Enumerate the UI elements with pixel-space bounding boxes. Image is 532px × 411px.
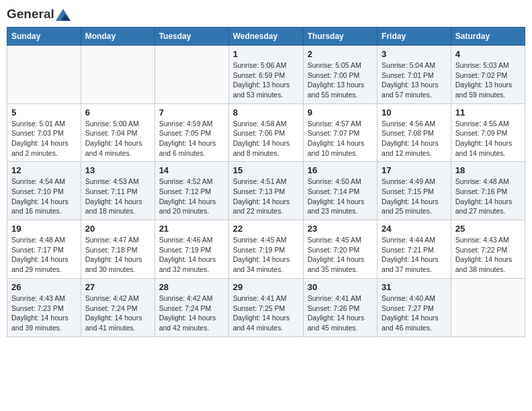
- day-info: Sunrise: 4:44 AMSunset: 7:21 PMDaylight:…: [382, 235, 447, 275]
- calendar-cell: [81, 45, 154, 103]
- calendar-cell: 14Sunrise: 4:52 AMSunset: 7:12 PMDayligh…: [154, 162, 228, 220]
- day-number: 19: [11, 224, 77, 234]
- day-number: 16: [308, 165, 373, 175]
- day-info: Sunrise: 4:51 AMSunset: 7:13 PMDaylight:…: [233, 177, 299, 216]
- day-info: Sunrise: 4:48 AMSunset: 7:16 PMDaylight:…: [455, 177, 521, 216]
- calendar-cell: 17Sunrise: 4:49 AMSunset: 7:15 PMDayligh…: [378, 162, 451, 220]
- day-number: 8: [233, 107, 299, 118]
- day-info: Sunrise: 5:06 AMSunset: 6:59 PMDaylight:…: [233, 60, 299, 100]
- calendar-cell: [7, 45, 81, 103]
- day-number: 5: [11, 107, 77, 118]
- calendar-cell: 19Sunrise: 4:48 AMSunset: 7:17 PMDayligh…: [7, 220, 81, 279]
- weekday-header: Friday: [378, 27, 451, 45]
- weekday-header: Tuesday: [154, 27, 228, 45]
- calendar-cell: 28Sunrise: 4:42 AMSunset: 7:24 PMDayligh…: [154, 278, 228, 336]
- calendar-cell: 9Sunrise: 4:57 AMSunset: 7:07 PMDaylight…: [303, 103, 377, 162]
- calendar-body: 1Sunrise: 5:06 AMSunset: 6:59 PMDaylight…: [7, 45, 525, 336]
- day-number: 6: [85, 107, 150, 118]
- calendar-cell: 20Sunrise: 4:47 AMSunset: 7:18 PMDayligh…: [81, 220, 154, 279]
- day-number: 11: [455, 107, 521, 118]
- day-info: Sunrise: 4:42 AMSunset: 7:24 PMDaylight:…: [85, 293, 150, 333]
- day-info: Sunrise: 4:40 AMSunset: 7:27 PMDaylight:…: [382, 293, 447, 333]
- day-number: 1: [233, 49, 299, 59]
- day-info: Sunrise: 4:57 AMSunset: 7:07 PMDaylight:…: [308, 119, 373, 158]
- calendar-header: SundayMondayTuesdayWednesdayThursdayFrid…: [7, 27, 525, 45]
- day-info: Sunrise: 4:49 AMSunset: 7:15 PMDaylight:…: [382, 177, 447, 216]
- day-info: Sunrise: 4:47 AMSunset: 7:18 PMDaylight:…: [85, 235, 150, 275]
- calendar-cell: 24Sunrise: 4:44 AMSunset: 7:21 PMDayligh…: [378, 220, 451, 279]
- calendar-cell: [154, 45, 228, 103]
- day-number: 25: [455, 224, 521, 234]
- calendar-cell: 11Sunrise: 4:55 AMSunset: 7:09 PMDayligh…: [451, 103, 525, 162]
- day-info: Sunrise: 4:54 AMSunset: 7:10 PMDaylight:…: [11, 177, 77, 216]
- calendar-cell: 31Sunrise: 4:40 AMSunset: 7:27 PMDayligh…: [378, 278, 451, 336]
- weekday-row: SundayMondayTuesdayWednesdayThursdayFrid…: [7, 27, 525, 45]
- day-info: Sunrise: 4:43 AMSunset: 7:23 PMDaylight:…: [11, 293, 77, 333]
- day-info: Sunrise: 4:58 AMSunset: 7:06 PMDaylight:…: [233, 119, 299, 158]
- day-number: 30: [308, 282, 373, 292]
- calendar-cell: 12Sunrise: 4:54 AMSunset: 7:10 PMDayligh…: [7, 162, 81, 220]
- logo-text: General: [7, 7, 71, 21]
- day-number: 29: [233, 282, 299, 292]
- calendar-cell: 22Sunrise: 4:45 AMSunset: 7:19 PMDayligh…: [228, 220, 303, 279]
- calendar-cell: 15Sunrise: 4:51 AMSunset: 7:13 PMDayligh…: [228, 162, 303, 220]
- calendar-cell: 3Sunrise: 5:04 AMSunset: 7:01 PMDaylight…: [378, 45, 451, 103]
- calendar-cell: 5Sunrise: 5:01 AMSunset: 7:03 PMDaylight…: [7, 103, 81, 162]
- day-number: 23: [308, 224, 373, 234]
- calendar-week-row: 5Sunrise: 5:01 AMSunset: 7:03 PMDaylight…: [7, 103, 525, 162]
- calendar-table: SundayMondayTuesdayWednesdayThursdayFrid…: [7, 27, 525, 337]
- calendar-cell: 25Sunrise: 4:43 AMSunset: 7:22 PMDayligh…: [451, 220, 525, 279]
- day-number: 24: [382, 224, 447, 234]
- day-number: 17: [382, 165, 447, 175]
- calendar-cell: 10Sunrise: 4:56 AMSunset: 7:08 PMDayligh…: [378, 103, 451, 162]
- page-header: General: [7, 7, 525, 21]
- day-info: Sunrise: 4:42 AMSunset: 7:24 PMDaylight:…: [159, 293, 224, 333]
- calendar-cell: 21Sunrise: 4:46 AMSunset: 7:19 PMDayligh…: [154, 220, 228, 279]
- calendar-cell: 6Sunrise: 5:00 AMSunset: 7:04 PMDaylight…: [81, 103, 154, 162]
- weekday-header: Monday: [81, 27, 154, 45]
- calendar-week-row: 26Sunrise: 4:43 AMSunset: 7:23 PMDayligh…: [7, 278, 525, 336]
- weekday-header: Saturday: [451, 27, 525, 45]
- day-info: Sunrise: 4:41 AMSunset: 7:25 PMDaylight:…: [233, 293, 299, 333]
- day-info: Sunrise: 4:52 AMSunset: 7:12 PMDaylight:…: [159, 177, 224, 216]
- calendar-cell: 23Sunrise: 4:45 AMSunset: 7:20 PMDayligh…: [303, 220, 377, 279]
- day-number: 12: [11, 165, 77, 175]
- day-number: 13: [85, 165, 150, 175]
- day-number: 27: [85, 282, 150, 292]
- weekday-header: Thursday: [303, 27, 377, 45]
- calendar-cell: [451, 278, 525, 336]
- day-number: 18: [455, 165, 521, 175]
- calendar-week-row: 12Sunrise: 4:54 AMSunset: 7:10 PMDayligh…: [7, 162, 525, 220]
- day-number: 3: [382, 49, 447, 59]
- calendar-cell: 26Sunrise: 4:43 AMSunset: 7:23 PMDayligh…: [7, 278, 81, 336]
- day-number: 2: [308, 49, 373, 59]
- weekday-header: Wednesday: [228, 27, 303, 45]
- day-number: 20: [85, 224, 150, 234]
- day-info: Sunrise: 4:59 AMSunset: 7:05 PMDaylight:…: [159, 119, 224, 158]
- day-number: 15: [233, 165, 299, 175]
- day-info: Sunrise: 4:48 AMSunset: 7:17 PMDaylight:…: [11, 235, 77, 275]
- day-number: 10: [382, 107, 447, 118]
- day-info: Sunrise: 4:46 AMSunset: 7:19 PMDaylight:…: [159, 235, 224, 275]
- calendar-cell: 16Sunrise: 4:50 AMSunset: 7:14 PMDayligh…: [303, 162, 377, 220]
- day-info: Sunrise: 4:45 AMSunset: 7:20 PMDaylight:…: [308, 235, 373, 275]
- day-info: Sunrise: 5:03 AMSunset: 7:02 PMDaylight:…: [455, 60, 521, 100]
- day-number: 22: [233, 224, 299, 234]
- day-info: Sunrise: 5:00 AMSunset: 7:04 PMDaylight:…: [85, 119, 150, 158]
- day-info: Sunrise: 5:01 AMSunset: 7:03 PMDaylight:…: [11, 119, 77, 158]
- calendar-cell: 30Sunrise: 4:41 AMSunset: 7:26 PMDayligh…: [303, 278, 377, 336]
- calendar-cell: 13Sunrise: 4:53 AMSunset: 7:11 PMDayligh…: [81, 162, 154, 220]
- day-number: 21: [159, 224, 224, 234]
- day-info: Sunrise: 4:43 AMSunset: 7:22 PMDaylight:…: [455, 235, 521, 275]
- logo-icon: [56, 9, 71, 21]
- calendar-cell: 2Sunrise: 5:05 AMSunset: 7:00 PMDaylight…: [303, 45, 377, 103]
- day-info: Sunrise: 5:04 AMSunset: 7:01 PMDaylight:…: [382, 60, 447, 100]
- day-number: 9: [308, 107, 373, 118]
- day-number: 14: [159, 165, 224, 175]
- day-info: Sunrise: 4:41 AMSunset: 7:26 PMDaylight:…: [308, 293, 373, 333]
- day-info: Sunrise: 4:55 AMSunset: 7:09 PMDaylight:…: [455, 119, 521, 158]
- calendar-week-row: 1Sunrise: 5:06 AMSunset: 6:59 PMDaylight…: [7, 45, 525, 103]
- day-number: 4: [455, 49, 521, 59]
- calendar-cell: 7Sunrise: 4:59 AMSunset: 7:05 PMDaylight…: [154, 103, 228, 162]
- calendar-cell: 4Sunrise: 5:03 AMSunset: 7:02 PMDaylight…: [451, 45, 525, 103]
